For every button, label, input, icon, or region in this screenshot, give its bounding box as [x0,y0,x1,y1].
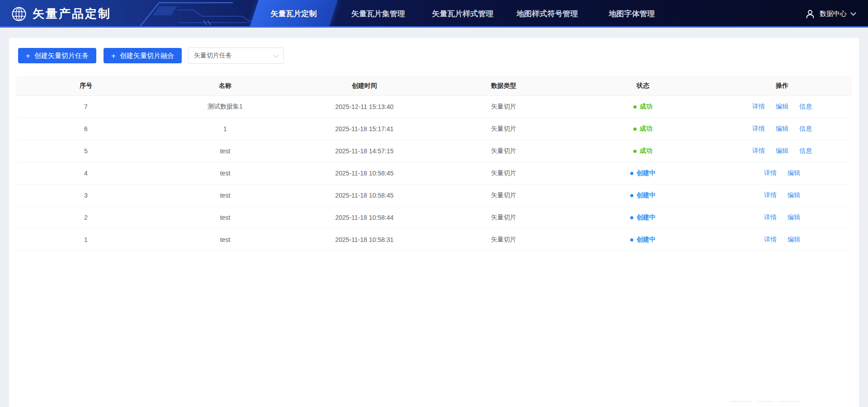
button-label: 创建矢量切片任务 [34,52,89,60]
column-header-status: 状态 [573,82,712,90]
top-nav: 矢量产品定制 矢量瓦片定制 矢量瓦片集管理 矢量瓦片样式管理 地图样式符号管理 … [0,0,868,28]
cell-name: test [156,170,295,177]
detail-link[interactable]: 详情 [752,103,765,111]
tab-label: 矢量瓦片定制 [271,9,317,19]
globe-icon [11,6,27,22]
cell-name: test [156,236,295,243]
table-row: 6 1 2025-11-18 15:17:41 矢量切片 成功 详情 编辑 信息 [16,118,852,140]
detail-link[interactable]: 详情 [764,169,777,177]
status-badge: 成功 [633,103,652,111]
status-badge: 创建中 [630,213,656,222]
cell-seq: 4 [16,170,156,177]
task-table: 序号 名称 创建时间 数据类型 状态 操作 7 测试数据集1 2025-12-1… [16,76,852,251]
detail-link[interactable]: 详情 [752,147,765,155]
detail-link[interactable]: 详情 [752,125,765,133]
info-link[interactable]: 信息 [799,125,812,133]
tab-label: 矢量瓦片样式管理 [432,9,494,19]
chevron-down-icon [274,52,278,57]
cell-created-at: 2025-11-18 10:58:31 [295,236,434,243]
status-dot-icon [630,216,633,219]
table-row: 5 test 2025-11-18 14:57:15 矢量切片 成功 详情 编辑… [16,140,852,162]
cell-data-type: 矢量切片 [434,236,573,244]
status-dot-icon [633,150,637,153]
detail-link[interactable]: 详情 [764,236,777,244]
status-badge: 创建中 [630,169,656,177]
detail-link[interactable]: 详情 [764,191,777,199]
cell-data-type: 矢量切片 [434,147,573,155]
column-header-actions: 操作 [712,82,852,90]
cell-data-type: 矢量切片 [434,125,573,133]
cell-name: test [156,192,295,199]
cell-name: test [156,214,295,221]
tab-vector-tile-customization[interactable]: 矢量瓦片定制 [251,0,336,28]
table-row: 2 test 2025-11-18 10:58:44 矢量切片 创建中 详情 编… [16,207,852,229]
cell-seq: 6 [16,125,156,133]
edit-link[interactable]: 编辑 [776,125,788,133]
status-badge: 创建中 [630,236,656,244]
cell-created-at: 2025-12-11 15:13:40 [295,103,434,110]
column-header-data-type: 数据类型 [434,82,573,90]
table-row: 4 test 2025-11-18 10:58:45 矢量切片 创建中 详情 编… [16,162,852,185]
select-value: 矢量切片任务 [194,52,232,60]
status-dot-icon [633,128,637,131]
tab-label: 矢量瓦片集管理 [351,9,405,19]
column-header-seq: 序号 [16,82,156,90]
cell-name: 1 [156,125,295,133]
tab-map-style-symbol-management[interactable]: 地图样式符号管理 [505,0,590,28]
info-link[interactable]: 信息 [799,147,812,155]
cell-created-at: 2025-11-18 10:58:44 [295,214,434,221]
edit-link[interactable]: 编辑 [788,213,800,222]
status-badge: 成功 [633,125,652,133]
edit-link[interactable]: 编辑 [788,191,800,199]
edit-link[interactable]: 编辑 [788,169,800,177]
edit-link[interactable]: 编辑 [788,236,800,244]
tab-vector-tile-style-management[interactable]: 矢量瓦片样式管理 [420,0,505,28]
info-link[interactable]: 信息 [799,103,812,111]
tab-label: 地图样式符号管理 [517,9,578,19]
pagination-prev-button[interactable] [730,401,751,407]
task-type-select[interactable]: 矢量切片任务 [188,47,284,64]
button-label: 创建矢量切片融合 [120,52,174,60]
pagination-next-button[interactable] [778,401,800,407]
status-dot-icon [630,172,633,175]
detail-link[interactable]: 详情 [764,213,777,222]
cell-data-type: 矢量切片 [434,191,573,199]
status-dot-icon [630,238,633,241]
table-header-row: 序号 名称 创建时间 数据类型 状态 操作 [16,76,852,96]
status-badge: 创建中 [630,191,656,199]
cell-created-at: 2025-11-18 14:57:15 [295,147,434,155]
edit-link[interactable]: 编辑 [776,103,788,111]
cell-seq: 1 [16,236,156,243]
pagination-page-button[interactable] [757,401,774,407]
tab-map-font-management[interactable]: 地图字体管理 [590,0,674,28]
status-dot-icon [630,194,633,197]
cell-data-type: 矢量切片 [434,169,573,177]
plus-icon: + [26,52,30,60]
nav-tabs: 矢量瓦片定制 矢量瓦片集管理 矢量瓦片样式管理 地图样式符号管理 地图字体管理 [251,0,674,28]
cell-seq: 2 [16,214,156,221]
column-header-created-at: 创建时间 [295,82,434,90]
user-menu[interactable]: 数据中心 [805,0,855,28]
chevron-down-icon [850,10,856,16]
pagination-cropped [9,401,859,407]
brand-logo: 矢量产品定制 [11,0,111,28]
tab-vector-tileset-management[interactable]: 矢量瓦片集管理 [336,0,420,28]
cell-name: test [156,147,295,155]
cell-created-at: 2025-11-18 10:58:45 [295,170,434,177]
tab-label: 地图字体管理 [609,9,655,19]
cell-seq: 5 [16,147,156,155]
create-vector-tile-merge-button[interactable]: + 创建矢量切片融合 [104,48,182,63]
cell-seq: 3 [16,192,156,199]
user-menu-label: 数据中心 [820,9,847,18]
table-row: 1 test 2025-11-18 10:58:31 矢量切片 创建中 详情 编… [16,229,852,251]
column-header-name: 名称 [156,82,295,90]
edit-link[interactable]: 编辑 [776,147,788,155]
cell-data-type: 矢量切片 [434,103,573,111]
plus-icon: + [111,52,116,60]
create-vector-tile-task-button[interactable]: + 创建矢量切片任务 [18,48,96,63]
table-row: 7 测试数据集1 2025-12-11 15:13:40 矢量切片 成功 详情 … [16,96,852,118]
cell-name: 测试数据集1 [156,103,295,111]
status-dot-icon [633,105,637,109]
user-icon [805,9,815,19]
app-title: 矢量产品定制 [33,6,111,22]
